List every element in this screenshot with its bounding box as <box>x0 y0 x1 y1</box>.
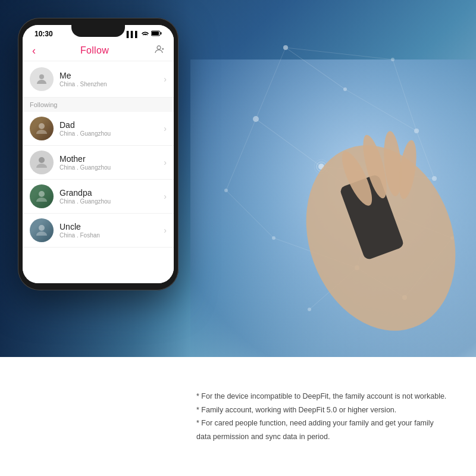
hand-area <box>190 71 476 357</box>
mother-avatar <box>30 151 54 174</box>
battery-icon <box>151 30 162 37</box>
uncle-name: Uncle <box>60 222 164 231</box>
status-time: 10:30 <box>35 30 53 38</box>
footer-line-1: * For the device incompatible to DeepFit… <box>196 390 446 403</box>
mother-location: China . Guangzhou <box>60 164 164 171</box>
svg-point-47 <box>39 157 45 163</box>
svg-point-49 <box>39 225 45 231</box>
contact-row-dad[interactable]: Dad China . Guangzhou › <box>23 112 174 146</box>
me-info: Me China . Shenzhen <box>60 71 164 87</box>
phone-notch <box>71 25 125 37</box>
mother-info: Mother China . Guangzhou <box>60 154 164 171</box>
nav-title: Follow <box>80 45 109 56</box>
contact-row-uncle[interactable]: Uncle China . Foshan › <box>23 214 174 248</box>
svg-point-45 <box>39 74 44 79</box>
dad-avatar <box>30 117 54 140</box>
uncle-chevron: › <box>164 226 167 235</box>
back-button[interactable]: ‹ <box>32 45 36 57</box>
phone-screen: 10:30 ▌▌▌ <box>23 25 174 283</box>
add-person-button[interactable] <box>154 44 164 57</box>
wifi-icon <box>142 30 149 37</box>
svg-line-15 <box>286 48 393 60</box>
footer-line-3: * For cared people function, need adding… <box>196 416 446 430</box>
dad-chevron: › <box>164 124 167 133</box>
uncle-location: China . Foshan <box>60 232 164 239</box>
dad-location: China . Guangzhou <box>60 130 164 137</box>
following-header: Following <box>23 98 174 112</box>
screen-bottom-padding <box>23 248 174 283</box>
dad-info: Dad China . Guangzhou <box>60 120 164 137</box>
phone-outer: 10:30 ▌▌▌ <box>18 18 178 290</box>
me-name: Me <box>60 71 164 80</box>
contact-row-mother[interactable]: Mother China . Guangzhou › <box>23 146 174 180</box>
grandpa-chevron: › <box>164 192 167 201</box>
phone-device: 10:30 ▌▌▌ <box>18 18 178 290</box>
footer-line-4: data permission and sync data in period. <box>196 430 446 444</box>
signal-icon: ▌▌▌ <box>127 31 139 37</box>
bottom-area: * For the device incompatible to DeepFit… <box>0 357 476 476</box>
status-icons: ▌▌▌ <box>127 30 162 37</box>
me-avatar <box>30 67 54 91</box>
me-location: China . Shenzhen <box>60 81 164 87</box>
grandpa-name: Grandpa <box>60 188 164 198</box>
mother-chevron: › <box>164 158 167 167</box>
nav-bar: ‹ Follow <box>23 40 174 61</box>
svg-rect-41 <box>152 32 159 35</box>
contact-row-grandpa[interactable]: Grandpa China . Guangzhou › <box>23 180 174 214</box>
grandpa-info: Grandpa China . Guangzhou <box>60 188 164 205</box>
grandpa-location: China . Guangzhou <box>60 198 164 205</box>
svg-point-46 <box>39 123 45 129</box>
dad-name: Dad <box>60 120 164 130</box>
bottom-text-block: * For the device incompatible to DeepFit… <box>196 390 446 443</box>
uncle-info: Uncle China . Foshan <box>60 222 164 239</box>
svg-rect-40 <box>161 32 162 35</box>
mother-name: Mother <box>60 154 164 164</box>
me-row[interactable]: Me China . Shenzhen › <box>23 61 174 98</box>
svg-point-42 <box>157 46 161 49</box>
grandpa-avatar <box>30 184 54 208</box>
footer-line-2: * Family account, working with DeepFit 5… <box>196 403 446 417</box>
me-chevron: › <box>164 74 167 84</box>
svg-point-48 <box>39 191 45 197</box>
uncle-avatar <box>30 218 54 242</box>
